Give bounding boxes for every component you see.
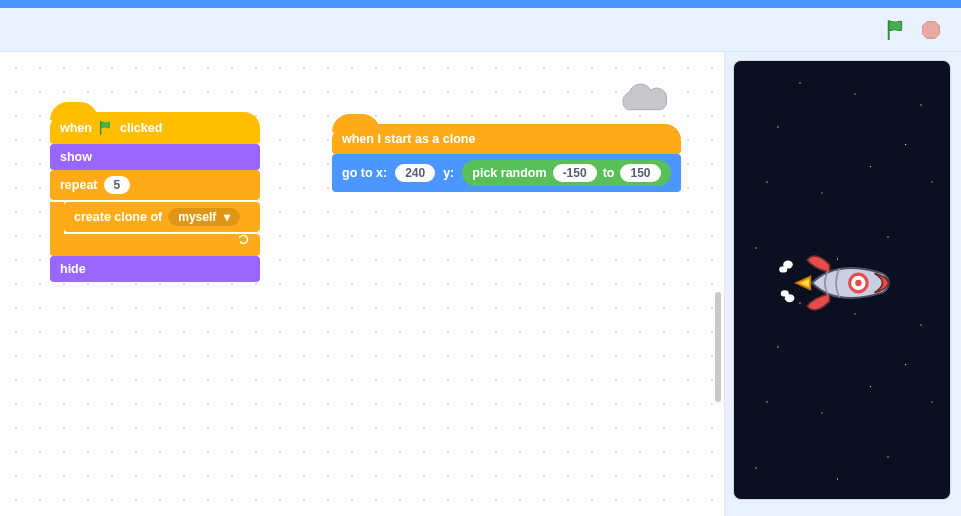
- control-repeat-block[interactable]: repeat 5 create clone of myself ▾: [50, 170, 260, 256]
- svg-marker-1: [923, 21, 940, 38]
- x-input[interactable]: 240: [395, 164, 435, 182]
- block-label: when I start as a clone: [342, 132, 475, 146]
- top-bar: [0, 0, 961, 8]
- control-when-start-as-clone-block[interactable]: when I start as a clone: [332, 124, 681, 154]
- workspace-scrollbar[interactable]: [715, 292, 721, 402]
- block-label: show: [60, 150, 92, 164]
- cloud-icon: [614, 82, 676, 118]
- block-label: go to x:: [342, 166, 387, 180]
- sprite-rocket[interactable]: [772, 246, 900, 324]
- random-to-input[interactable]: 150: [620, 164, 660, 182]
- random-from-input[interactable]: -150: [553, 164, 597, 182]
- script-stack-2[interactable]: when I start as a clone go to x: 240 y: …: [332, 124, 681, 192]
- event-when-flag-clicked-block[interactable]: when clicked: [50, 112, 260, 144]
- dropdown-value: myself: [178, 210, 216, 224]
- stage-panel: [725, 52, 961, 516]
- scripts-workspace[interactable]: when clicked show repeat 5: [0, 52, 725, 516]
- green-flag-icon: [98, 120, 114, 136]
- green-flag-icon: [885, 19, 907, 41]
- svg-point-4: [779, 266, 787, 272]
- rocket-icon: [772, 246, 900, 320]
- block-label: hide: [60, 262, 86, 276]
- operator-pick-random-block[interactable]: pick random -150 to 150: [462, 160, 670, 186]
- sprite-cloud[interactable]: [614, 82, 676, 122]
- stage[interactable]: [733, 60, 951, 500]
- green-flag-button[interactable]: [885, 19, 907, 41]
- svg-point-8: [855, 280, 861, 286]
- control-create-clone-block[interactable]: create clone of myself ▾: [64, 202, 260, 232]
- script-stack-1[interactable]: when clicked show repeat 5: [50, 112, 260, 282]
- svg-point-6: [781, 290, 789, 296]
- repeat-header[interactable]: repeat 5: [50, 170, 260, 200]
- clone-target-dropdown[interactable]: myself ▾: [168, 208, 240, 226]
- stop-button[interactable]: [921, 20, 941, 40]
- repeat-count-input[interactable]: 5: [104, 176, 131, 194]
- block-label: repeat: [60, 178, 98, 192]
- stop-icon: [921, 20, 941, 40]
- block-label: clicked: [120, 121, 162, 135]
- repeat-footer: [50, 234, 260, 256]
- motion-go-to-xy-block[interactable]: go to x: 240 y: pick random -150 to 150: [332, 154, 681, 192]
- block-label: pick random: [472, 166, 546, 180]
- looks-show-block[interactable]: show: [50, 144, 260, 170]
- block-label: when: [60, 121, 92, 135]
- block-label: to: [603, 166, 615, 180]
- stage-controls: [0, 8, 961, 52]
- block-label: y:: [443, 166, 454, 180]
- main-area: when clicked show repeat 5: [0, 52, 961, 516]
- loop-arrow-icon: [236, 232, 252, 252]
- looks-hide-block[interactable]: hide: [50, 256, 260, 282]
- block-label: create clone of: [74, 210, 162, 224]
- chevron-down-icon: ▾: [224, 210, 230, 224]
